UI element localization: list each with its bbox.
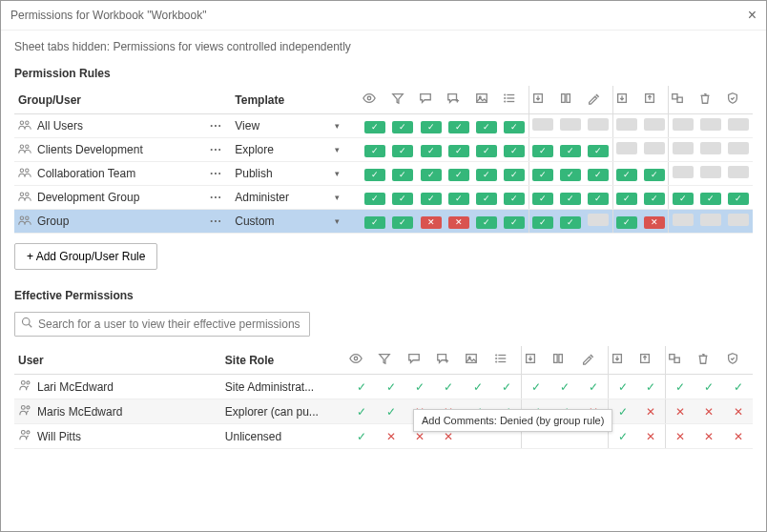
capability-cell[interactable] <box>673 193 694 205</box>
capability-cell[interactable] <box>616 193 637 205</box>
capability-cell[interactable] <box>700 166 721 178</box>
capability-cell[interactable] <box>421 193 442 205</box>
capability-cell[interactable] <box>644 216 665 229</box>
capability-cell[interactable] <box>504 216 525 229</box>
capability-cell[interactable] <box>421 169 442 181</box>
capability-cell[interactable] <box>588 214 609 226</box>
capability-cell[interactable] <box>448 193 469 205</box>
capability-cell[interactable] <box>421 145 442 157</box>
capability-cell[interactable] <box>421 121 442 133</box>
capability-cell[interactable] <box>476 145 497 157</box>
capability-cell[interactable] <box>476 121 497 133</box>
rule-row[interactable]: Clients Development···Explore▾ <box>14 138 753 162</box>
capability-cell[interactable] <box>588 193 609 205</box>
capability-cell[interactable] <box>392 145 413 157</box>
close-icon[interactable]: × <box>748 7 757 24</box>
capability-cell[interactable] <box>560 118 581 131</box>
row-menu-button[interactable]: ··· <box>206 191 226 204</box>
capability-cell[interactable] <box>448 145 469 157</box>
search-input[interactable] <box>14 312 310 337</box>
capability-cell[interactable] <box>476 169 497 181</box>
user-row[interactable]: Will PittsUnlicensed✓✕✕✕✓✕✕✕✕ <box>14 424 753 449</box>
capability-cell[interactable] <box>532 216 553 229</box>
capability-cell[interactable] <box>421 216 442 229</box>
capability-cell[interactable] <box>644 169 665 181</box>
edit-icon <box>585 86 612 114</box>
row-menu-button[interactable]: ··· <box>206 215 226 228</box>
svg-point-22 <box>20 193 23 195</box>
capability-cell[interactable] <box>673 166 694 178</box>
capability-cell[interactable] <box>728 142 749 154</box>
row-menu-button[interactable]: ··· <box>206 167 226 180</box>
capability-cell[interactable] <box>700 214 721 226</box>
capability-cell[interactable] <box>392 193 413 205</box>
capability-cell[interactable] <box>700 142 721 154</box>
user-name: Maris McEdward <box>37 405 122 419</box>
capability-cell[interactable] <box>673 142 694 154</box>
capability-cell[interactable] <box>532 193 553 205</box>
capability-cell[interactable] <box>392 121 413 133</box>
capability-cell[interactable] <box>588 118 609 131</box>
template-select[interactable]: Publish▾ <box>235 167 340 180</box>
rule-row[interactable]: All Users···View▾ <box>14 114 753 138</box>
capability-cell[interactable] <box>728 166 749 178</box>
template-select[interactable]: View▾ <box>235 119 340 133</box>
capability-cell[interactable] <box>644 118 665 131</box>
capability-cell[interactable] <box>476 216 497 229</box>
capability-cell[interactable] <box>532 169 553 181</box>
capability-cell[interactable] <box>644 193 665 205</box>
capability-cell[interactable] <box>728 193 749 205</box>
capability-cell[interactable] <box>392 216 413 229</box>
capability-cell[interactable] <box>364 193 385 205</box>
user-row[interactable]: Maris McEdwardExplorer (can pu...✓✓✕✕✓✓✓… <box>14 399 753 424</box>
capability-cell[interactable] <box>588 145 609 157</box>
capability-cell[interactable] <box>364 169 385 181</box>
capability-cell[interactable] <box>476 193 497 205</box>
svg-point-8 <box>505 101 506 102</box>
capability-cell[interactable] <box>616 216 637 229</box>
capability-cell[interactable] <box>673 118 694 131</box>
capability-cell[interactable] <box>504 145 525 157</box>
capability-cell[interactable] <box>560 193 581 205</box>
capability-cell[interactable] <box>616 142 637 154</box>
capability-cell[interactable] <box>364 216 385 229</box>
capability-cell[interactable] <box>644 142 665 154</box>
capability-cell[interactable] <box>560 169 581 181</box>
row-menu-button[interactable]: ··· <box>206 119 226 133</box>
add-group-user-rule-button[interactable]: + Add Group/User Rule <box>14 243 157 270</box>
rule-row[interactable]: Group···Custom▾ <box>14 210 753 234</box>
capability-cell[interactable] <box>532 145 553 157</box>
capability-cell[interactable] <box>673 214 694 226</box>
capability-cell[interactable] <box>448 121 469 133</box>
rule-row[interactable]: Collaboration Team···Publish▾ <box>14 162 753 186</box>
capability-cell[interactable] <box>616 118 637 131</box>
capability-cell[interactable] <box>700 193 721 205</box>
template-select[interactable]: Administer▾ <box>235 191 340 204</box>
svg-point-16 <box>20 121 23 124</box>
capability-cell[interactable] <box>364 121 385 133</box>
row-menu-button[interactable]: ··· <box>206 143 226 156</box>
capability-cell[interactable] <box>700 118 721 131</box>
capability-cell[interactable] <box>532 118 553 131</box>
capability-cell[interactable] <box>728 214 749 226</box>
group-icon <box>18 118 31 133</box>
group-name: Clients Development <box>37 143 143 156</box>
svg-point-36 <box>496 361 497 362</box>
user-row[interactable]: Lari McEdwardSite Administrat...✓✓✓✓✓✓✓✓… <box>14 375 753 399</box>
capability-cell[interactable] <box>448 216 469 229</box>
capability-cell[interactable] <box>448 169 469 181</box>
capability-cell[interactable] <box>588 169 609 181</box>
capability-cell[interactable] <box>560 145 581 157</box>
capability-cell[interactable] <box>364 145 385 157</box>
capability-cell[interactable] <box>560 216 581 229</box>
capability-cell[interactable] <box>504 121 525 133</box>
capability-cell[interactable] <box>728 118 749 131</box>
template-select[interactable]: Explore▾ <box>235 143 340 156</box>
rule-row[interactable]: Development Group···Administer▾ <box>14 186 753 210</box>
capability-cell[interactable] <box>504 193 525 205</box>
capability-cell[interactable] <box>616 169 637 181</box>
template-select[interactable]: Custom▾ <box>235 215 340 228</box>
capability-cell[interactable] <box>504 169 525 181</box>
capability-cell[interactable] <box>392 169 413 181</box>
save-as-icon <box>636 346 665 375</box>
